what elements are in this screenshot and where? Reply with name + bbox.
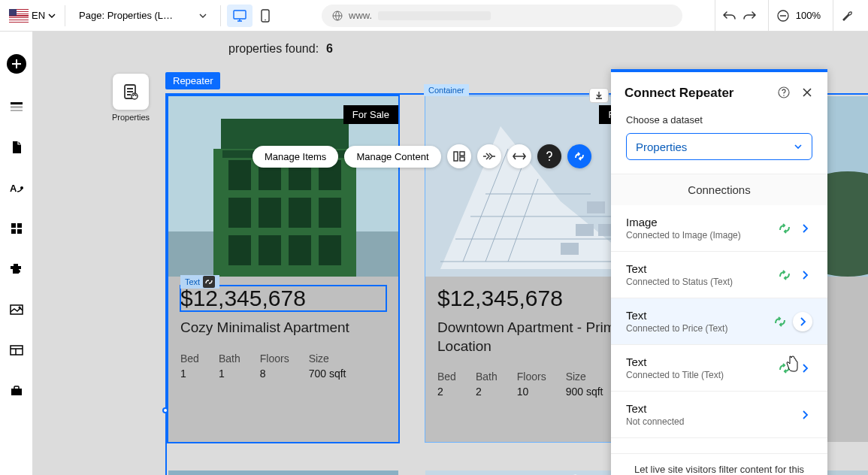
connected-icon	[773, 315, 787, 328]
connection-item-status[interactable]: TextConnected to Status (Text)	[611, 252, 827, 298]
chevron-right-icon	[797, 361, 812, 376]
title-text: Cozy Minimalist Apartment	[180, 319, 386, 337]
manage-items-button[interactable]: Manage Items	[253, 146, 338, 168]
svg-rect-7	[11, 110, 23, 111]
apps-icon[interactable]	[9, 221, 24, 236]
svg-rect-52	[587, 201, 605, 213]
resize-handle[interactable]	[162, 407, 168, 413]
card-image: For Sale	[168, 96, 398, 277]
svg-rect-14	[11, 305, 23, 314]
connected-icon	[778, 222, 791, 235]
zoom-level: 100%	[796, 10, 821, 21]
svg-text:A: A	[10, 183, 17, 194]
svg-point-9	[20, 186, 23, 189]
panel-help-button[interactable]	[778, 86, 791, 100]
help-action-button[interactable]	[537, 144, 561, 168]
svg-point-15	[18, 307, 20, 309]
media-icon[interactable]	[9, 302, 24, 317]
svg-rect-33	[228, 198, 251, 228]
svg-rect-16	[11, 346, 23, 355]
chevron-right-icon	[797, 407, 812, 422]
connect-data-button[interactable]	[567, 144, 591, 168]
connect-repeater-panel: Connect Repeater Choose a dataset Proper…	[611, 69, 827, 475]
svg-rect-5	[11, 102, 23, 104]
connection-item-price[interactable]: TextConnected to Price (Text)	[611, 298, 827, 345]
theme-icon[interactable]: A	[9, 180, 24, 195]
divider	[65, 5, 65, 26]
panel-title: Connect Repeater	[625, 86, 778, 101]
connection-item-image[interactable]: ImageConnected to Image (Image)	[611, 205, 827, 252]
sections-icon[interactable]	[9, 99, 24, 114]
language-code: EN	[32, 10, 45, 21]
left-rail: A	[0, 32, 33, 475]
connection-item-unconnected[interactable]: TextNot connected	[611, 392, 827, 438]
text-element-tag: Text	[180, 275, 219, 289]
container-tag: Container	[424, 84, 469, 96]
cursor-icon	[785, 355, 800, 373]
svg-rect-37	[228, 235, 251, 265]
business-icon[interactable]	[9, 383, 24, 398]
repeater-tag[interactable]: Repeater	[165, 72, 220, 89]
svg-rect-39	[289, 235, 311, 265]
mobile-view-button[interactable]	[253, 5, 278, 27]
svg-point-59	[783, 95, 785, 96]
mobile-icon	[261, 9, 270, 23]
svg-rect-17	[11, 389, 22, 395]
layout-icon[interactable]	[9, 343, 24, 358]
svg-rect-22	[460, 157, 464, 161]
dataset-icon	[122, 83, 140, 101]
dataset-select[interactable]: Properties	[626, 133, 812, 160]
link-icon	[203, 276, 215, 288]
panel-close-button[interactable]	[802, 87, 814, 99]
floating-action-bar: Manage Items Manage Content	[253, 144, 591, 168]
right-tools: 100%	[715, 0, 862, 32]
svg-rect-21	[460, 152, 464, 156]
svg-rect-36	[319, 198, 341, 228]
svg-rect-35	[289, 198, 311, 228]
manage-content-button[interactable]: Manage Content	[344, 146, 440, 168]
globe-icon	[332, 11, 343, 21]
svg-rect-29	[228, 160, 251, 190]
page-selector[interactable]: Page: Properties (L…	[71, 7, 214, 24]
zoom-out-button[interactable]	[776, 9, 790, 23]
svg-rect-13	[17, 229, 22, 234]
device-switcher	[227, 5, 278, 27]
page-label: Page: Properties (L…	[79, 10, 173, 21]
svg-point-23	[549, 159, 550, 161]
undo-button[interactable]	[723, 9, 736, 23]
connections-heading: Connections	[611, 174, 827, 205]
desktop-view-button[interactable]	[227, 5, 253, 27]
stretch-action-button[interactable]	[507, 144, 531, 168]
price-text[interactable]: $12,345,678	[180, 286, 386, 311]
svg-rect-40	[319, 235, 341, 265]
url-bar[interactable]: www.	[322, 5, 682, 27]
download-icon[interactable]	[589, 88, 609, 103]
svg-rect-34	[259, 198, 281, 228]
svg-point-2	[265, 19, 266, 20]
pages-icon[interactable]	[9, 140, 24, 155]
chevron-right-icon	[797, 221, 812, 236]
chip-label: Properties	[111, 113, 150, 122]
tools-button[interactable]	[841, 9, 854, 23]
svg-rect-20	[454, 152, 458, 161]
animate-action-button[interactable]	[477, 144, 501, 168]
svg-rect-0	[234, 11, 246, 19]
choose-dataset-label: Choose a dataset	[626, 114, 812, 126]
svg-rect-6	[11, 106, 23, 108]
panel-footer: Let live site visitors filter content fo…	[611, 453, 827, 475]
svg-rect-11	[17, 223, 22, 228]
svg-rect-10	[11, 223, 16, 228]
card-image: For Sale	[168, 470, 398, 475]
chevron-down-icon	[199, 12, 207, 20]
connections-list: ImageConnected to Image (Image) TextConn…	[611, 205, 827, 453]
connected-icon	[778, 268, 791, 282]
plugins-icon[interactable]	[9, 262, 24, 277]
desktop-icon	[233, 10, 246, 22]
redo-button[interactable]	[742, 9, 756, 23]
chevron-down-icon	[48, 12, 56, 20]
property-card[interactable]: For Sale	[168, 470, 398, 475]
layout-action-button[interactable]	[447, 144, 471, 168]
dataset-chip[interactable]: Properties	[111, 74, 150, 122]
add-button[interactable]	[7, 54, 26, 74]
language-selector[interactable]: EN	[6, 6, 59, 26]
